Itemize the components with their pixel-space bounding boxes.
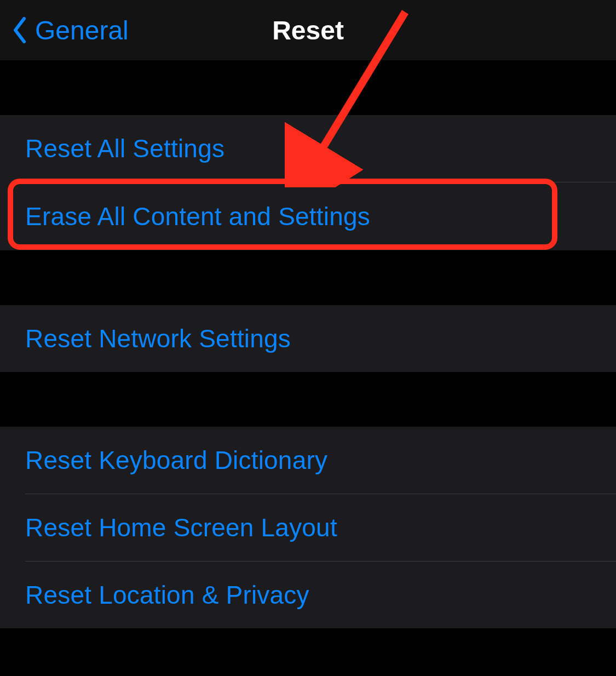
- row-label: Reset All Settings: [25, 134, 224, 163]
- reset-keyboard-dictionary-row[interactable]: Reset Keyboard Dictionary: [0, 427, 616, 494]
- reset-all-settings-row[interactable]: Reset All Settings: [0, 115, 616, 182]
- row-label: Erase All Content and Settings: [25, 202, 370, 231]
- list-group-3: Reset Keyboard Dictionary Reset Home Scr…: [0, 427, 616, 628]
- section-spacer: [0, 60, 616, 115]
- chevron-left-icon: [12, 16, 27, 44]
- navigation-bar: General Reset: [0, 0, 616, 60]
- row-label: Reset Keyboard Dictionary: [25, 445, 327, 475]
- section-spacer: [0, 250, 616, 305]
- erase-all-content-row[interactable]: Erase All Content and Settings: [0, 182, 616, 250]
- row-label: Reset Location & Privacy: [25, 580, 309, 610]
- list-group-1: Reset All Settings Erase All Content and…: [0, 115, 616, 250]
- reset-network-settings-row[interactable]: Reset Network Settings: [0, 305, 616, 372]
- list-group-2: Reset Network Settings: [0, 305, 616, 372]
- back-label: General: [35, 15, 129, 45]
- reset-home-screen-layout-row[interactable]: Reset Home Screen Layout: [0, 494, 616, 561]
- row-label: Reset Network Settings: [25, 324, 291, 353]
- bottom-strip: [0, 673, 616, 676]
- row-label: Reset Home Screen Layout: [25, 513, 337, 542]
- page-title: Reset: [272, 15, 344, 45]
- section-spacer: [0, 372, 616, 427]
- reset-location-privacy-row[interactable]: Reset Location & Privacy: [0, 562, 616, 628]
- back-button[interactable]: General: [0, 15, 129, 45]
